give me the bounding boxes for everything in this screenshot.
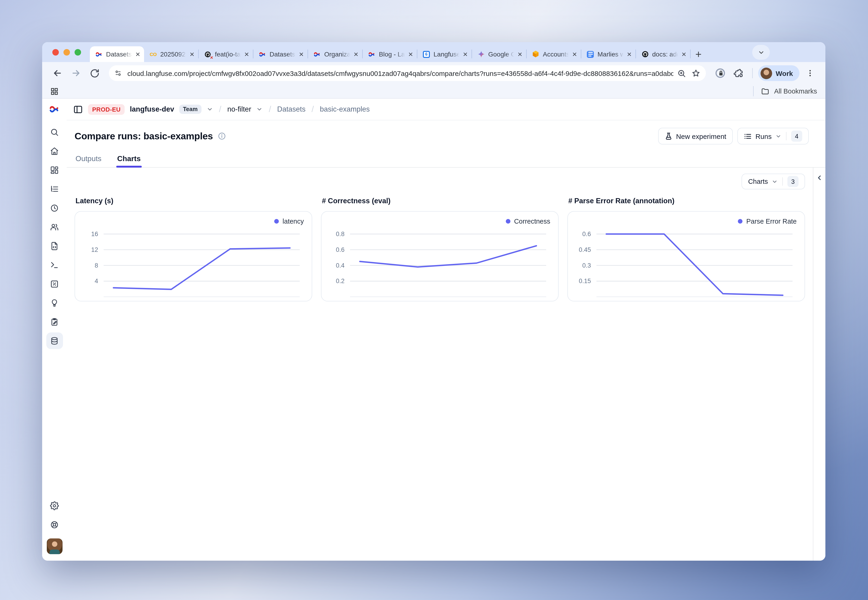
tab-close-icon[interactable]: ✕ bbox=[463, 51, 468, 57]
tab-outputs[interactable]: Outputs bbox=[74, 152, 102, 167]
svg-text:0.3: 0.3 bbox=[582, 262, 591, 269]
apps-grid-icon[interactable] bbox=[50, 87, 58, 95]
user-avatar[interactable] bbox=[47, 538, 62, 554]
address-bar[interactable]: cloud.langfuse.com/project/cmfwgv8fx002o… bbox=[109, 65, 706, 81]
runs-count-badge: 4 bbox=[791, 130, 802, 142]
browser-tab[interactable]: CO20250923✕ bbox=[144, 46, 198, 62]
panel-right-rail bbox=[813, 168, 826, 561]
tab-close-icon[interactable]: ✕ bbox=[244, 51, 249, 57]
tab-charts[interactable]: Charts bbox=[116, 152, 141, 167]
legend-dot-icon bbox=[506, 219, 510, 224]
profile-avatar bbox=[760, 67, 772, 79]
svg-text:4: 4 bbox=[95, 278, 98, 285]
browser-tab[interactable]: Organizatio✕ bbox=[308, 46, 362, 62]
window-zoom-button[interactable] bbox=[74, 49, 81, 55]
sidebar-item-annotation[interactable] bbox=[46, 314, 63, 330]
sidebar-item-scores[interactable] bbox=[46, 276, 63, 292]
tab-close-icon[interactable]: ✕ bbox=[517, 51, 522, 57]
project-name[interactable]: no-filter bbox=[227, 105, 251, 114]
reload-button[interactable] bbox=[86, 65, 102, 81]
sidebar-item-insights[interactable] bbox=[46, 294, 63, 311]
file-code-icon bbox=[50, 241, 59, 250]
life-buoy-icon bbox=[50, 520, 59, 529]
svg-text:0.6: 0.6 bbox=[582, 230, 591, 238]
list-icon bbox=[744, 132, 752, 140]
org-switcher-chevron-icon[interactable] bbox=[206, 106, 213, 112]
back-button[interactable] bbox=[50, 65, 65, 81]
tab-close-icon[interactable]: ✕ bbox=[681, 51, 686, 57]
url-text[interactable]: cloud.langfuse.com/project/cmfwgv8fx002o… bbox=[127, 69, 674, 77]
sidebar-item-datasets[interactable] bbox=[46, 332, 63, 349]
svg-text:0.15: 0.15 bbox=[579, 278, 591, 285]
onepassword-extension-icon[interactable] bbox=[712, 65, 728, 81]
browser-tab[interactable]: Datasets | L✕ bbox=[253, 46, 308, 62]
tab-close-icon[interactable]: ✕ bbox=[135, 51, 140, 57]
tab-close-icon[interactable]: ✕ bbox=[572, 51, 577, 57]
page-header: Compare runs: basic-examples New experim… bbox=[67, 120, 826, 147]
browser-tab[interactable]: Blog - Lang✕ bbox=[363, 46, 417, 62]
langfuse-icon bbox=[313, 50, 321, 58]
sidebar-item-search[interactable] bbox=[46, 124, 63, 140]
bookmark-star-icon[interactable] bbox=[692, 69, 700, 77]
sidebar-item-home[interactable] bbox=[46, 142, 63, 159]
folder-icon bbox=[761, 87, 769, 95]
forward-button[interactable] bbox=[68, 65, 84, 81]
database-icon bbox=[50, 336, 59, 345]
chart-title: Latency (s) bbox=[76, 197, 312, 205]
sidebar-item-settings[interactable] bbox=[46, 497, 63, 514]
breadcrumb-dataset-item[interactable]: basic-examples bbox=[320, 105, 370, 114]
browser-menu-kebab-icon[interactable] bbox=[802, 65, 818, 81]
clipboard-pen-icon bbox=[50, 317, 59, 326]
cube-icon bbox=[532, 50, 540, 58]
tab-close-icon[interactable]: ✕ bbox=[627, 51, 632, 57]
new-experiment-button[interactable]: New experiment bbox=[658, 128, 733, 144]
sidebar-item-dashboards[interactable] bbox=[46, 162, 63, 178]
browser-tab[interactable]: Marlies wee✕ bbox=[581, 46, 636, 62]
browser-tab[interactable]: Accounts |✕ bbox=[527, 46, 581, 62]
new-tab-button[interactable]: + bbox=[690, 46, 706, 62]
tab-close-icon[interactable]: ✕ bbox=[354, 51, 358, 57]
langfuse-logo-icon[interactable] bbox=[49, 98, 60, 120]
zoom-page-icon[interactable] bbox=[677, 69, 686, 77]
langfuse-icon bbox=[258, 50, 266, 58]
sidebar-item-support[interactable] bbox=[46, 516, 63, 533]
sidebar-item-playground[interactable] bbox=[46, 256, 63, 273]
runs-dropdown-button[interactable]: Runs 4 bbox=[737, 128, 809, 144]
plan-badge: Team bbox=[179, 105, 201, 114]
tab-close-icon[interactable]: ✕ bbox=[408, 51, 413, 57]
chart-block: # Correctness (eval)0.20.40.60.8Correctn… bbox=[321, 197, 558, 302]
sidebar-item-prompts[interactable] bbox=[46, 238, 63, 254]
breadcrumb: PROD-EU langfuse-dev Team / no-filter / … bbox=[67, 98, 826, 120]
gemini-icon bbox=[477, 50, 485, 58]
langfuse-app: PROD-EU langfuse-dev Team / no-filter / … bbox=[42, 98, 826, 561]
organization-name[interactable]: langfuse-dev bbox=[130, 105, 174, 114]
project-switcher-chevron-icon[interactable] bbox=[256, 106, 263, 112]
browser-tab[interactable]: Google Gem✕ bbox=[472, 46, 526, 62]
browser-tab[interactable]: ×feat(io-tab✕ bbox=[199, 46, 253, 62]
browser-tab[interactable]: Datasets | L✕ bbox=[90, 46, 144, 62]
window-close-button[interactable] bbox=[52, 49, 59, 55]
sidebar-item-sessions[interactable] bbox=[46, 200, 63, 216]
browser-tab[interactable]: 6Langfuse -✕ bbox=[417, 46, 472, 62]
charts-label: Charts bbox=[748, 178, 768, 185]
browser-tab[interactable]: docs: add g✕ bbox=[636, 46, 690, 62]
charts-dropdown-button[interactable]: Charts 3 bbox=[742, 174, 805, 189]
collapse-panel-chevron-icon[interactable] bbox=[816, 174, 823, 561]
site-settings-icon[interactable] bbox=[112, 67, 124, 80]
info-icon[interactable] bbox=[217, 132, 226, 140]
extensions-puzzle-icon[interactable] bbox=[731, 65, 747, 81]
sidebar-item-users[interactable] bbox=[46, 218, 63, 235]
breadcrumb-datasets-link[interactable]: Datasets bbox=[277, 105, 305, 114]
tab-close-icon[interactable]: ✕ bbox=[190, 51, 194, 57]
bookmarks-bar: All Bookmarks bbox=[42, 84, 826, 98]
tab-search-button[interactable] bbox=[752, 45, 770, 60]
sidebar-item-tracing[interactable] bbox=[46, 180, 63, 197]
svg-text:8: 8 bbox=[95, 262, 98, 269]
tab-close-icon[interactable]: ✕ bbox=[299, 51, 304, 57]
profile-chip[interactable]: Work bbox=[758, 65, 800, 81]
chart-card: 481216latency bbox=[74, 211, 312, 302]
sidebar-toggle-icon[interactable] bbox=[73, 105, 83, 114]
tab-title: Organizatio bbox=[324, 50, 350, 58]
all-bookmarks-label[interactable]: All Bookmarks bbox=[774, 88, 817, 95]
window-minimize-button[interactable] bbox=[64, 49, 70, 55]
